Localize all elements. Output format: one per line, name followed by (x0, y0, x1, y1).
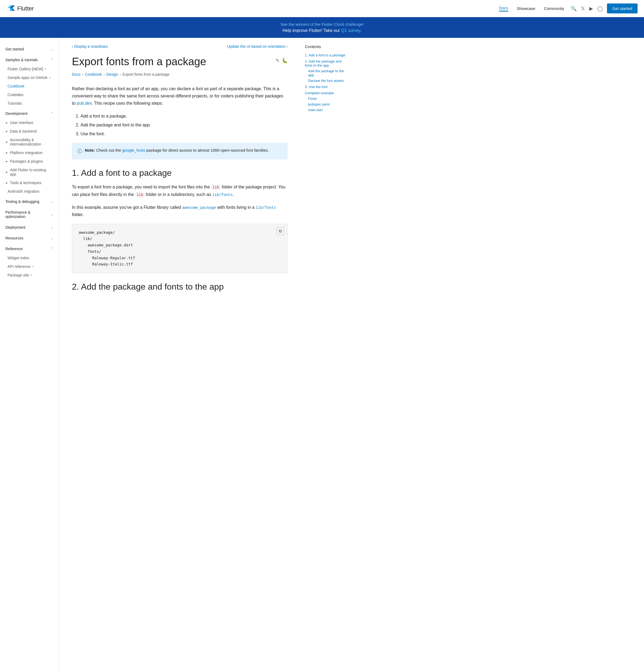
sidebar: Get started ⌄ Samples & tutorials ⌃ Flut… (0, 38, 59, 671)
google-fonts-link[interactable]: google_fonts (122, 148, 145, 152)
page-title-row: Export fonts from a package ✎ 🐛 (72, 55, 288, 68)
sidebar-item-accessibility[interactable]: ► Accessibility & internationalization (0, 136, 59, 149)
sidebar-item-tutorials[interactable]: Tutorials (0, 99, 59, 107)
svg-marker-2 (10, 8, 12, 11)
toc-sub-4: Fonts pubspec.yaml main.dart (305, 97, 350, 112)
survey-link[interactable]: Q1 survey (341, 28, 360, 33)
breadcrumb-docs[interactable]: Docs (72, 72, 80, 76)
toc-item-3: 3. Use the font (305, 85, 350, 89)
sidebar-item-platform-integration[interactable]: ► Platform integration (0, 149, 59, 157)
banner-line1: See the winners of the Flutter Clock cha… (7, 22, 637, 27)
step-1: Add a font to a package. (80, 112, 288, 120)
arrow-right-icon: ► (5, 160, 8, 163)
toc-link-2a[interactable]: Add the package to the app (308, 69, 350, 77)
toc-title: Contents (305, 44, 350, 49)
nav-docs[interactable]: Docs (499, 5, 508, 12)
search-icon[interactable]: 🔍 (571, 5, 577, 12)
toc-link-2[interactable]: 2. Add the package and fonts to the app (305, 59, 350, 67)
prev-page-link[interactable]: ‹ Display a snackbars (72, 44, 108, 49)
awesome-package-link[interactable]: awesome_package (182, 206, 216, 210)
note-content: Note: Check out the google_fonts package… (85, 147, 269, 153)
breadcrumb-design[interactable]: Design (106, 72, 118, 76)
banner-line2: Help improve Flutter! Take our Q1 survey… (7, 28, 637, 33)
sidebar-item-codelabs[interactable]: Codelabs (0, 90, 59, 99)
external-link-icon: ↗ (30, 274, 32, 277)
note-box: ⓘ Note: Check out the google_fonts packa… (72, 143, 288, 160)
arrow-right-icon: ► (5, 170, 8, 174)
step-3: Use the font. (80, 130, 288, 137)
section1-para1: To export a font from a package, you nee… (72, 183, 288, 198)
code-content: awesome_package/ lib/ awesome_package.da… (79, 229, 281, 268)
sidebar-section-reference: Reference ⌃ Widget index API reference ↗… (0, 244, 59, 279)
sidebar-section-header-performance[interactable]: Performance & optimization ⌄ (0, 207, 59, 221)
pub-dev-link[interactable]: pub.dev (77, 101, 92, 105)
youtube-icon[interactable]: ▶ (589, 5, 593, 12)
toc-link-3[interactable]: 3. Use the font (305, 85, 350, 89)
lib-fonts-link[interactable]: lib/fonts (212, 193, 233, 197)
logo-text: Flutter (17, 5, 34, 12)
edit-icon[interactable]: ✎ (275, 58, 280, 64)
sidebar-item-tools-techniques[interactable]: ► Tools & techniques (0, 178, 59, 187)
toc-link-4[interactable]: Complete example (305, 91, 350, 95)
chevron-down-icon: ⌄ (51, 213, 53, 216)
toc-item-4: Complete example Fonts pubspec.yaml main… (305, 91, 350, 112)
navbar-icons: 🔍 𝕏 ▶ ◯ (571, 5, 603, 12)
sidebar-item-sample-apps[interactable]: Sample apps on GitHub ↗ (0, 73, 59, 82)
sidebar-section-resources: Resources ⌄ (0, 233, 59, 243)
main-content: ‹ Display a snackbars Update the UI base… (59, 38, 300, 671)
navbar: Flutter Docs Showcase Community 🔍 𝕏 ▶ ◯ … (0, 0, 644, 17)
sidebar-section-header-testing[interactable]: Testing & debugging ⌄ (0, 197, 59, 206)
flutter-logo-icon (7, 4, 15, 13)
sidebar-section-header-deployment[interactable]: Deployment ⌄ (0, 223, 59, 232)
sidebar-section-header-reference[interactable]: Reference ⌃ (0, 244, 59, 254)
sidebar-item-flutter-gallery[interactable]: Flutter Gallery [NEW] ↗ (0, 65, 59, 73)
sidebar-section-header-resources[interactable]: Resources ⌄ (0, 233, 59, 243)
info-icon: ⓘ (77, 147, 82, 155)
bug-icon[interactable]: 🐛 (282, 58, 288, 64)
copy-button[interactable]: ⧉ (276, 227, 284, 235)
code-block-1: ⧉ awesome_package/ lib/ awesome_package.… (72, 224, 288, 274)
sidebar-item-add-flutter[interactable]: ► Add Flutter to existing app (0, 166, 59, 178)
toc-link-4c[interactable]: main.dart (308, 108, 350, 112)
sidebar-section-header-samples[interactable]: Samples & tutorials ⌃ (0, 55, 59, 65)
arrow-right-icon: ► (5, 121, 8, 124)
sidebar-section-get-started: Get started ⌄ (0, 44, 59, 54)
nav-links: Docs Showcase Community (499, 5, 564, 12)
nav-community[interactable]: Community (544, 6, 564, 11)
logo-link[interactable]: Flutter (7, 4, 34, 13)
toc-item-2: 2. Add the package and fonts to the app … (305, 59, 350, 83)
twitter-icon[interactable]: 𝕏 (581, 5, 585, 12)
sidebar-section-header-get-started[interactable]: Get started ⌄ (0, 44, 59, 54)
toc-sidebar: Contents 1. Add a font to a package 2. A… (300, 38, 354, 671)
sidebar-item-user-interface[interactable]: ► User interface (0, 118, 59, 127)
announcement-banner: See the winners of the Flutter Clock cha… (0, 17, 644, 38)
get-started-button[interactable]: Get started (607, 3, 637, 13)
sidebar-item-api-reference[interactable]: API reference ↗ (0, 262, 59, 271)
intro-text: Rather than declaring a font as part of … (72, 85, 288, 107)
chevron-up-icon: ⌃ (51, 247, 53, 251)
sidebar-item-packages-plugins[interactable]: ► Packages & plugins (0, 157, 59, 166)
lib-fonts-link2[interactable]: lib/fonts (256, 206, 276, 210)
sidebar-item-androidx-migration[interactable]: AndroidX migration (0, 187, 59, 196)
svg-marker-3 (12, 8, 15, 11)
sidebar-section-header-development[interactable]: Development ⌃ (0, 109, 59, 118)
toc-link-4b[interactable]: pubspec.yaml (308, 102, 350, 106)
external-link-icon: ↗ (44, 68, 46, 71)
next-page-link[interactable]: Update the UI based on orientation › (227, 44, 288, 49)
toc-link-4a[interactable]: Fonts (308, 97, 350, 101)
section1-heading: 1. Add a font to a package (72, 168, 288, 178)
nav-showcase[interactable]: Showcase (517, 6, 535, 11)
step-2: Add the package and font to the app. (80, 121, 288, 129)
sidebar-item-cookbook[interactable]: Cookbook (0, 82, 59, 90)
toc-link-2b[interactable]: Declare the font assets (308, 79, 350, 83)
toc-link-1[interactable]: 1. Add a font to a package (305, 53, 350, 57)
sidebar-item-widget-index[interactable]: Widget index (0, 254, 59, 262)
sidebar-section-performance: Performance & optimization ⌄ (0, 207, 59, 221)
sidebar-item-package-site[interactable]: Package site ↗ (0, 271, 59, 279)
breadcrumb-cookbook[interactable]: Cookbook (85, 72, 102, 76)
sidebar-item-data-backend[interactable]: ► Data & backend (0, 127, 59, 136)
github-icon[interactable]: ◯ (597, 5, 603, 12)
page-title-icons: ✎ 🐛 (275, 58, 288, 64)
breadcrumb: Docs › Cookbook › Design › Export fonts … (72, 72, 288, 76)
steps-list: Add a font to a package. Add the package… (80, 112, 288, 138)
